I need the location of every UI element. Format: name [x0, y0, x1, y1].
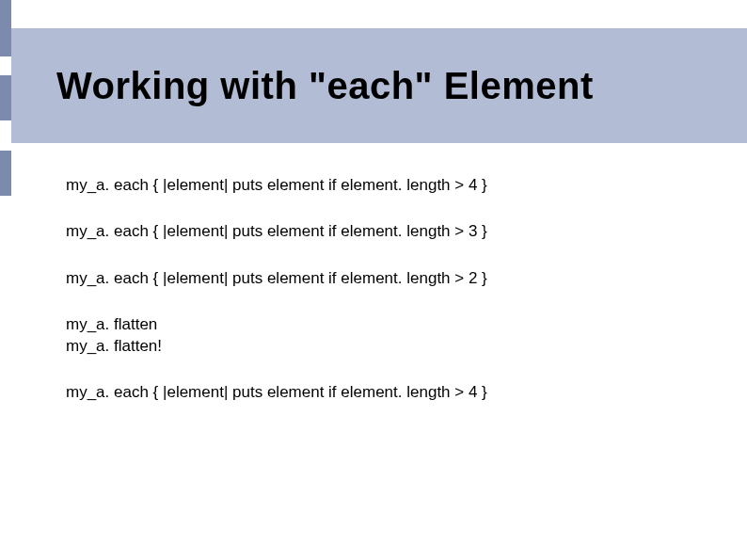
sidebar-mark: [0, 151, 11, 196]
title-band: Working with "each" Element: [11, 28, 747, 143]
slide-title: Working with "each" Element: [56, 65, 594, 107]
code-line: my_a. each { |element| puts element if e…: [66, 175, 709, 195]
code-line: my_a. flatten!: [66, 336, 709, 356]
code-line: my_a. each { |element| puts element if e…: [66, 268, 709, 288]
slide-content: my_a. each { |element| puts element if e…: [66, 175, 709, 429]
code-block: my_a. flatten my_a. flatten!: [66, 314, 709, 357]
code-line: my_a. each { |element| puts element if e…: [66, 221, 709, 241]
sidebar-decor: [0, 0, 11, 560]
code-line: my_a. each { |element| puts element if e…: [66, 382, 709, 402]
sidebar-mark: [0, 75, 11, 120]
code-line: my_a. flatten: [66, 314, 709, 334]
sidebar-mark: [0, 0, 11, 56]
